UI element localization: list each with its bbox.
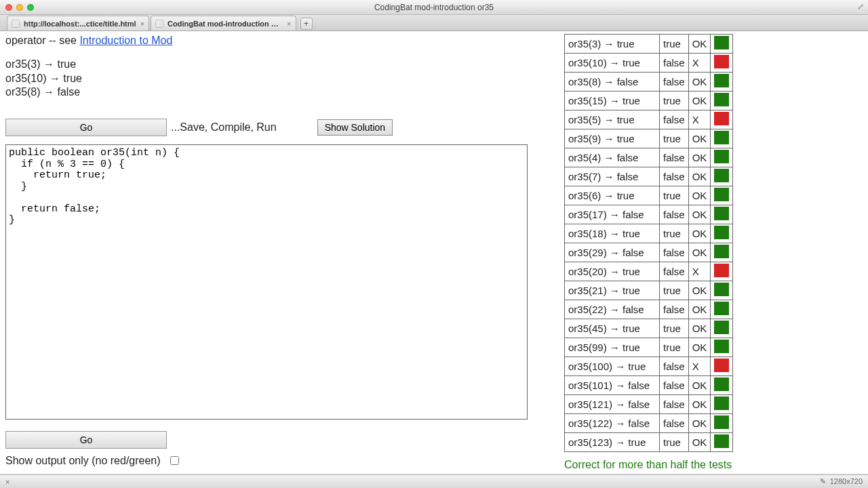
show-solution-button[interactable]: Show Solution (317, 119, 393, 136)
page-content: operator -- see Introduction to Mod or35… (0, 31, 868, 473)
problem-description: operator -- see Introduction to Mod (5, 34, 548, 48)
result-row: or35(5) → truefalseX (565, 110, 733, 129)
result-call: or35(45) → true (565, 319, 660, 338)
result-call: or35(121) → false (565, 395, 660, 414)
new-tab-button[interactable]: + (300, 18, 313, 30)
result-swatch (711, 54, 733, 73)
result-call: or35(3) → true (565, 35, 660, 54)
status-close[interactable]: × (5, 478, 9, 486)
result-row: or35(6) → truetrueOK (565, 186, 733, 205)
result-got: true (660, 338, 689, 357)
result-mark: OK (688, 281, 711, 300)
result-call: or35(18) → true (565, 224, 660, 243)
result-swatch (711, 414, 733, 433)
favicon-icon (12, 20, 20, 28)
result-call: or35(21) → true (565, 281, 660, 300)
result-mark: OK (688, 167, 711, 186)
result-got: true (660, 433, 689, 452)
status-bar: × ✎ 868x488 (0, 474, 868, 488)
window-title: CodingBat mod-introduction or35 (0, 3, 868, 12)
window-expand-icon[interactable]: ⤢ (857, 2, 864, 12)
result-row: or35(100) → truefalseX (565, 357, 733, 376)
result-swatch (711, 433, 733, 452)
result-mark: OK (688, 186, 711, 205)
results-pane: or35(3) → truetrueOKor35(10) → truefalse… (564, 34, 849, 471)
result-swatch (711, 73, 733, 92)
result-mark: OK (688, 433, 711, 452)
result-mark: X (688, 54, 711, 73)
result-got: false (660, 300, 689, 319)
close-icon[interactable]: × (287, 20, 291, 28)
show-output-checkbox[interactable] (170, 456, 179, 465)
result-got: false (660, 376, 689, 395)
result-swatch (711, 376, 733, 395)
go-button-bottom[interactable]: Go (5, 431, 167, 449)
result-swatch (711, 300, 733, 319)
window-zoom-icon[interactable] (27, 4, 34, 11)
result-row: or35(9) → truetrueOK (565, 129, 733, 148)
result-call: or35(20) → true (565, 262, 660, 281)
result-got: true (660, 281, 689, 300)
result-swatch (711, 167, 733, 186)
result-got: false (660, 395, 689, 414)
result-mark: X (688, 110, 711, 129)
tab-label: http://localhost:...ctice/title.html (24, 20, 136, 28)
window-close-icon[interactable] (5, 4, 12, 11)
result-call: or35(7) → false (565, 167, 660, 186)
intro-to-mod-link[interactable]: Introduction to Mod (79, 35, 172, 46)
result-got: false (660, 262, 689, 281)
result-swatch (711, 357, 733, 376)
save-compile-run-label: ...Save, Compile, Run (171, 121, 277, 134)
example-line: or35(10) → true (5, 72, 548, 86)
result-call: or35(17) → false (565, 205, 660, 224)
example-line: or35(8) → false (5, 85, 548, 100)
result-got: false (660, 167, 689, 186)
result-call: or35(15) → true (565, 92, 660, 110)
tab-label: CodingBat mod-introduction or... (167, 20, 283, 28)
result-row: or35(7) → falsefalseOK (565, 167, 733, 186)
result-swatch (711, 205, 733, 224)
result-got: true (660, 92, 689, 110)
result-got: false (660, 205, 689, 224)
result-swatch (711, 35, 733, 54)
result-got: false (660, 357, 689, 376)
result-row: or35(45) → truetrueOK (565, 319, 733, 338)
go-button[interactable]: Go (5, 119, 167, 136)
result-call: or35(8) → false (565, 73, 660, 92)
result-mark: OK (688, 243, 711, 262)
result-mark: OK (688, 376, 711, 395)
result-row: or35(8) → falsefalseOK (565, 73, 733, 92)
tab-localhost[interactable]: http://localhost:...ctice/title.html × (7, 16, 149, 30)
result-mark: OK (688, 73, 711, 92)
status-dimensions: 868x488 (830, 477, 863, 485)
tab-codingbat[interactable]: CodingBat mod-introduction or... × (151, 16, 296, 30)
result-mark: X (688, 357, 711, 376)
browser-tabstrip: http://localhost:...ctice/title.html × C… (0, 15, 868, 31)
result-call: or35(4) → false (565, 148, 660, 167)
window-minimize-icon[interactable] (16, 4, 23, 11)
close-icon[interactable]: × (140, 20, 144, 28)
result-swatch (711, 338, 733, 357)
code-editor[interactable] (5, 144, 528, 420)
result-row: or35(21) → truetrueOK (565, 281, 733, 300)
result-row: or35(15) → truetrueOK (565, 92, 733, 110)
result-got: false (660, 243, 689, 262)
result-row: or35(10) → truefalseX (565, 54, 733, 73)
show-output-label: Show output only (no red/green) (5, 455, 161, 467)
result-row: or35(123) → truetrueOK (565, 433, 733, 452)
result-swatch (711, 319, 733, 338)
result-row: or35(101) → falsefalseOK (565, 376, 733, 395)
problem-pane: operator -- see Introduction to Mod or35… (5, 34, 548, 467)
result-row: or35(121) → falsefalseOK (565, 395, 733, 414)
result-swatch (711, 92, 733, 110)
window-traffic-lights (0, 4, 34, 11)
result-row: or35(18) → truetrueOK (565, 224, 733, 243)
result-mark: OK (688, 129, 711, 148)
result-mark: OK (688, 224, 711, 243)
result-call: or35(101) → false (565, 376, 660, 395)
result-call: or35(10) → true (565, 54, 660, 73)
result-swatch (711, 224, 733, 243)
result-swatch (711, 243, 733, 262)
result-swatch (711, 186, 733, 205)
result-row: or35(4) → falsefalseOK (565, 148, 733, 167)
